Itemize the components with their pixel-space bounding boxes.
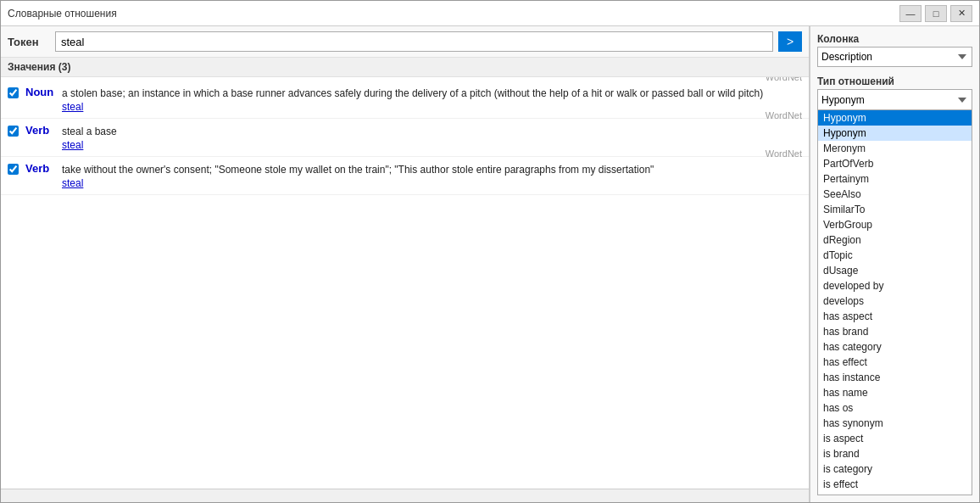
list-item[interactable]: has category <box>818 339 972 355</box>
titlebar: Словарные отношения — □ ✕ <box>1 1 979 26</box>
list-item[interactable]: is effect <box>818 477 972 492</box>
list-item[interactable]: develops <box>818 293 972 309</box>
entry-definition-0: a stolen base; an instance in which a ba… <box>62 87 763 99</box>
entry-source-0: WordNet <box>766 77 802 82</box>
rel-type-filter[interactable]: Hyponym <box>817 89 972 109</box>
list-item[interactable]: is aspect <box>818 431 972 446</box>
list-item[interactable]: has name <box>818 385 972 400</box>
list-item[interactable]: Hyponym <box>818 110 972 126</box>
window-title: Словарные отношения <box>8 8 117 20</box>
list-item[interactable]: developed by <box>818 278 972 293</box>
entry-definition-1: steal a base <box>62 126 117 137</box>
right-panel: Колонка DescriptionSynonymTranslation Ти… <box>810 26 979 502</box>
entry-type-2[interactable]: Verb <box>25 162 55 175</box>
entry-checkbox-2[interactable] <box>8 164 19 175</box>
rel-types-label: Тип отношений <box>817 75 972 87</box>
entry-checkbox-1[interactable] <box>8 126 19 137</box>
titlebar-controls: — □ ✕ <box>899 5 972 22</box>
table-row: Verbsteal a base WordNetsteal <box>1 119 809 157</box>
left-panel: Токен > Значения (3) Nouna stolen base; … <box>1 26 810 502</box>
token-row: Токен > <box>1 26 809 58</box>
list-item[interactable]: Meronym <box>818 141 972 156</box>
list-item[interactable]: PartOfVerb <box>818 156 972 171</box>
column-select[interactable]: DescriptionSynonymTranslation <box>817 47 972 67</box>
bottom-scrollbar[interactable] <box>1 489 809 502</box>
values-header: Значения (3) <box>1 58 809 77</box>
list-item[interactable]: Pertainym <box>818 171 972 187</box>
entry-link-1[interactable]: steal <box>62 139 802 151</box>
list-item[interactable]: has effect <box>818 355 972 370</box>
list-item[interactable]: SeeAlso <box>818 187 972 202</box>
list-item[interactable]: has synonym <box>818 416 972 431</box>
list-item[interactable]: has brand <box>818 324 972 339</box>
minimize-button[interactable]: — <box>899 5 922 22</box>
maximize-button[interactable]: □ <box>925 5 947 22</box>
rel-type-select-container: Hyponym HyponymHyponymMeronymPartOfVerbP… <box>817 89 972 495</box>
column-section: Колонка DescriptionSynonymTranslation <box>817 33 972 67</box>
token-search-button[interactable]: > <box>778 31 802 52</box>
list-item[interactable]: has os <box>818 400 972 416</box>
entry-text-block-2: take without the owner's consent; "Someo… <box>62 162 802 189</box>
rel-types-section: Тип отношений Hyponym HyponymHyponymMero… <box>817 72 972 495</box>
column-label: Колонка <box>817 33 972 45</box>
token-label: Токен <box>8 36 50 48</box>
list-item[interactable]: is brand <box>818 446 972 461</box>
list-item[interactable]: is instance <box>818 492 972 495</box>
entry-link-0[interactable]: steal <box>62 101 802 113</box>
close-button[interactable]: ✕ <box>950 5 972 22</box>
list-item[interactable]: dRegion <box>818 232 972 248</box>
list-item[interactable]: has instance <box>818 370 972 385</box>
list-item[interactable]: Hyponym <box>818 126 972 141</box>
token-input[interactable] <box>55 31 773 52</box>
entry-source-1: WordNet <box>766 110 802 120</box>
main-content: Токен > Значения (3) Nouna stolen base; … <box>1 26 979 502</box>
entry-text-block-0: a stolen base; an instance in which a ba… <box>62 86 802 113</box>
rel-type-outer: Hyponym HyponymHyponymMeronymPartOfVerbP… <box>817 89 972 495</box>
entry-definition-2: take without the owner's consent; "Someo… <box>62 164 654 176</box>
entry-checkbox-0[interactable] <box>8 87 19 98</box>
rel-type-listbox[interactable]: HyponymHyponymMeronymPartOfVerbPertainym… <box>817 109 972 495</box>
main-window: Словарные отношения — □ ✕ Токен > Значен… <box>0 0 980 503</box>
list-item[interactable]: dTopic <box>818 248 972 263</box>
entry-text-block-1: steal a base WordNetsteal <box>62 124 802 151</box>
entry-link-2[interactable]: steal <box>62 177 802 189</box>
list-item[interactable]: has aspect <box>818 309 972 324</box>
table-row: Verbtake without the owner's consent; "S… <box>1 157 809 195</box>
entry-type-0[interactable]: Noun <box>25 86 55 98</box>
list-item[interactable]: VerbGroup <box>818 217 972 232</box>
list-item[interactable]: SimilarTo <box>818 202 972 217</box>
list-item[interactable]: dUsage <box>818 263 972 278</box>
entries-list: Nouna stolen base; an instance in which … <box>1 77 809 489</box>
table-row: Nouna stolen base; an instance in which … <box>1 81 809 119</box>
entry-type-1[interactable]: Verb <box>25 124 55 137</box>
entry-source-2: WordNet <box>766 148 802 159</box>
list-item[interactable]: is category <box>818 461 972 477</box>
